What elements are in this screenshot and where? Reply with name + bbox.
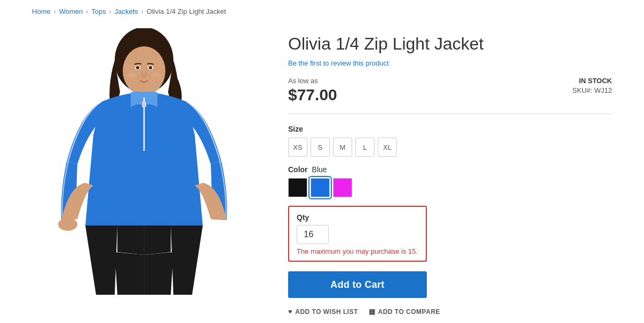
add-to-wishlist-button[interactable]: ♥ ADD TO WISH LIST xyxy=(288,308,358,316)
color-swatches xyxy=(288,178,612,197)
size-s[interactable]: S xyxy=(311,138,330,157)
size-section: Size XS S M L XL xyxy=(288,125,612,157)
sku-value: WJ12 xyxy=(594,86,612,94)
product-image-svg xyxy=(37,28,251,295)
product-image-col xyxy=(32,28,256,295)
product-image xyxy=(37,28,251,295)
svg-point-5 xyxy=(128,72,137,78)
color-section: Color Blue xyxy=(288,165,612,197)
color-label: Color xyxy=(288,165,308,174)
svg-rect-12 xyxy=(142,102,146,107)
product-page: Olivia 1/4 Zip Light Jacket Be the first… xyxy=(0,23,644,323)
color-swatch-pink[interactable] xyxy=(333,178,352,197)
as-low-as-label: As low as xyxy=(288,77,337,85)
price-stock-row: As low as $77.00 IN STOCK SKU#: WJ12 xyxy=(288,77,612,114)
stock-sku-block: IN STOCK SKU#: WJ12 xyxy=(573,77,612,94)
breadcrumb: Home › Women › Tops › Jackets › Olivia 1… xyxy=(0,0,644,23)
price-block: As low as $77.00 xyxy=(288,77,337,104)
size-xs[interactable]: XS xyxy=(288,138,307,157)
size-label: Size xyxy=(288,125,612,133)
breadcrumb-sep-4: › xyxy=(141,8,144,15)
svg-point-9 xyxy=(136,66,139,69)
add-to-compare-button[interactable]: ▩ ADD TO COMPARE xyxy=(369,308,440,316)
review-link[interactable]: Be the first to review this product xyxy=(288,59,612,67)
add-to-cart-button[interactable]: Add to Cart xyxy=(288,271,427,298)
wishlist-label: ADD TO WISH LIST xyxy=(295,308,358,316)
qty-label: Qty xyxy=(297,213,418,222)
size-buttons: XS S M L XL xyxy=(288,138,612,157)
qty-input[interactable] xyxy=(297,225,329,244)
product-title: Olivia 1/4 Zip Light Jacket xyxy=(288,34,612,54)
breadcrumb-jackets[interactable]: Jackets xyxy=(115,7,138,15)
sku-label: SKU#: xyxy=(573,86,593,94)
breadcrumb-home[interactable]: Home xyxy=(32,7,51,15)
svg-point-10 xyxy=(149,66,152,69)
wishlist-compare-row: ♥ ADD TO WISH LIST ▩ ADD TO COMPARE xyxy=(288,308,612,316)
size-xl[interactable]: XL xyxy=(378,138,397,157)
sku: SKU#: WJ12 xyxy=(573,86,612,94)
color-swatch-black[interactable] xyxy=(288,178,307,197)
breadcrumb-sep-2: › xyxy=(86,8,88,15)
breadcrumb-sep-1: › xyxy=(54,8,56,15)
compare-label: ADD TO COMPARE xyxy=(378,308,441,316)
color-swatch-blue[interactable] xyxy=(311,178,330,197)
heart-icon: ♥ xyxy=(288,308,292,316)
breadcrumb-tops[interactable]: Tops xyxy=(91,7,106,15)
size-l[interactable]: L xyxy=(355,138,375,157)
svg-point-4 xyxy=(124,50,164,94)
breadcrumb-women[interactable]: Women xyxy=(59,7,83,15)
color-selected: Blue xyxy=(312,165,327,174)
size-m[interactable]: M xyxy=(333,138,352,157)
qty-error: The maximum you may purchase is 15. xyxy=(297,247,418,255)
svg-point-6 xyxy=(152,72,160,78)
product-price: $77.00 xyxy=(288,86,337,104)
product-details-col: Olivia 1/4 Zip Light Jacket Be the first… xyxy=(288,28,612,316)
bar-chart-icon: ▩ xyxy=(369,308,376,316)
stock-status: IN STOCK xyxy=(573,77,612,85)
svg-point-13 xyxy=(58,218,77,231)
qty-section: Qty The maximum you may purchase is 15. xyxy=(288,206,427,262)
breadcrumb-current: Olivia 1/4 Zip Light Jacket xyxy=(147,7,226,15)
breadcrumb-sep-3: › xyxy=(109,8,112,15)
